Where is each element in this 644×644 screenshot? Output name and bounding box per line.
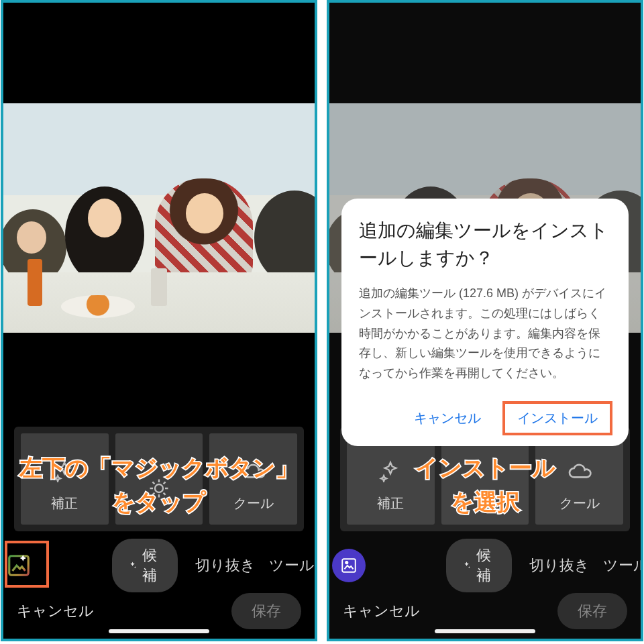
cloud-icon [240,461,267,482]
svg-point-0 [155,484,163,492]
sun-icon [147,476,171,500]
sparkle-icon [128,559,137,572]
svg-point-3 [345,561,347,564]
sparkle-icon [53,460,76,482]
cancel-button[interactable]: キャンセル [17,601,94,621]
svg-rect-1 [9,556,29,576]
magic-button[interactable] [6,546,32,585]
dialog-title: 追加の編集ツールをインストールしますか？ [359,217,611,272]
home-indicator [435,629,535,633]
preset-label: 補正 [51,494,78,513]
svg-rect-2 [342,559,356,572]
tab-tools[interactable]: ツール [603,555,643,576]
save-button[interactable]: 保存 [557,593,627,629]
tab-tools[interactable]: ツール [269,555,315,576]
editor-toolbar: 候補 切り抜き ツール [3,543,315,588]
tab-label: 候補 [142,545,162,586]
preset-enhance[interactable]: 補正 [21,433,109,525]
magic-button[interactable] [332,546,366,585]
cloud-icon [566,461,593,482]
preset-cool[interactable]: クール [209,433,297,525]
screenshot-right: 補正 クール 候補 切り抜き ツール キャンセル 保存 追加の編集ツールをインス… [327,0,643,641]
magic-image-icon [6,553,32,578]
dialog-actions: キャンセル インストール [359,402,611,434]
preset-label: クール [233,494,274,513]
editor-canvas[interactable] [3,103,315,333]
tab-label: 候補 [476,545,496,586]
dialog-install-button[interactable]: インストール [504,402,611,434]
install-dialog: 追加の編集ツールをインストールしますか？ 追加の編集ツール (127.6 MB)… [341,199,629,446]
home-indicator [109,629,209,633]
dialog-cancel-button[interactable]: キャンセル [405,402,490,434]
screenshot-left: 補正 クール 候補 切り抜き ツール キャンセル 保存 [1,0,317,641]
preset-enhance: 補正 [347,433,435,525]
preset-middle[interactable] [115,433,203,525]
annotation-highlight-box [502,401,612,435]
preset-row: 補正 クール [14,427,304,531]
photo-preview [3,103,315,333]
preset-middle [441,433,529,525]
tab-crop[interactable]: 切り抜き [195,555,256,576]
sparkle-icon [462,559,471,572]
preset-cool: クール [535,433,623,525]
preset-label: クール [559,494,600,513]
preset-label: 補正 [377,494,404,513]
save-button[interactable]: 保存 [231,593,301,629]
image-icon [340,557,358,574]
cancel-button[interactable]: キャンセル [343,601,420,621]
dialog-body: 追加の編集ツール (127.6 MB) がデバイスにインストールされます。この処… [359,284,611,383]
editor-toolbar: 候補 切り抜き ツール [329,543,641,588]
tab-crop[interactable]: 切り抜き [529,555,590,576]
sparkle-icon [379,460,402,482]
